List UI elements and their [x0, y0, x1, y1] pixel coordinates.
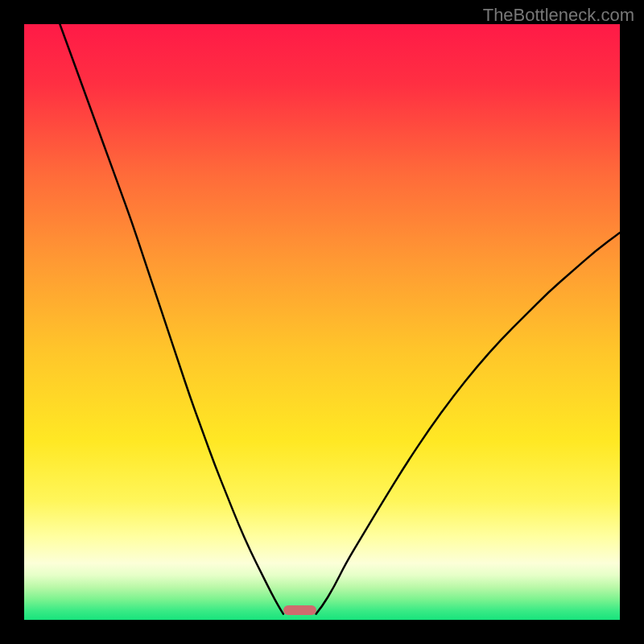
curve-layer	[24, 24, 620, 620]
curve-right-branch	[316, 233, 620, 614]
chart-frame: TheBottleneck.com	[0, 0, 644, 644]
curve-left-branch	[60, 24, 283, 614]
plot-area	[24, 24, 620, 620]
minimum-marker	[283, 605, 316, 616]
watermark-text: TheBottleneck.com	[483, 5, 634, 26]
